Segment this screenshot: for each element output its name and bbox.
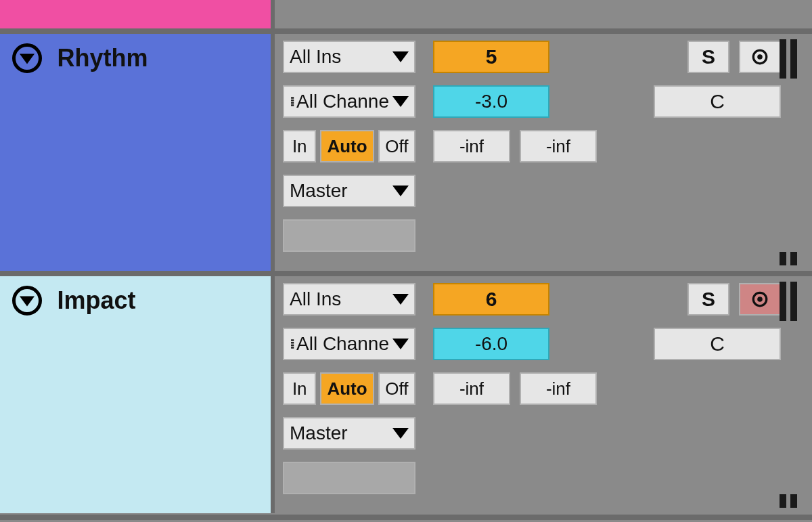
chevron-down-icon xyxy=(392,51,409,62)
chevron-down-icon xyxy=(392,428,409,439)
meter-edge xyxy=(777,34,797,271)
row-divider xyxy=(0,271,812,276)
fold-toggle-icon[interactable] xyxy=(12,286,42,316)
track-header-previous[interactable] xyxy=(0,0,275,28)
dropdown-label: All Ins xyxy=(290,288,341,310)
chevron-down-icon xyxy=(392,96,409,107)
send-b-field[interactable]: -inf xyxy=(520,130,597,162)
dropdown-label: All Channe xyxy=(296,91,389,112)
ableton-session-tracks: Rhythm All Ins ⁞⁞ All Channe In Auto Off… xyxy=(0,0,812,522)
record-icon xyxy=(751,290,769,308)
send-b-field[interactable]: -inf xyxy=(520,372,597,405)
meter-edge xyxy=(777,276,797,513)
io-section: All Ins ⁞⁞ All Channe In Auto Off Master xyxy=(279,276,420,513)
chevron-down-icon xyxy=(392,294,409,305)
row-divider xyxy=(0,28,812,34)
send-a-field[interactable]: -inf xyxy=(433,372,510,405)
send-a-field[interactable]: -inf xyxy=(433,130,510,162)
monitor-auto-button[interactable]: Auto xyxy=(320,372,374,405)
track-volume-field[interactable]: -6.0 xyxy=(433,328,549,360)
fold-toggle-icon[interactable] xyxy=(12,43,42,73)
audio-to-channel-dropdown[interactable] xyxy=(283,219,415,252)
monitor-auto-button[interactable]: Auto xyxy=(320,130,374,162)
monitor-off-button[interactable]: Off xyxy=(378,372,415,405)
svg-point-1 xyxy=(757,54,763,60)
dropdown-label: All Channe xyxy=(296,333,389,355)
row-divider xyxy=(0,515,812,520)
svg-point-3 xyxy=(757,297,763,302)
monitor-in-button[interactable]: In xyxy=(283,130,316,162)
audio-to-dropdown[interactable]: Master xyxy=(283,417,415,450)
track-header[interactable]: Impact xyxy=(0,276,275,513)
dropdown-label: Master xyxy=(290,180,348,202)
midi-from-channel-dropdown[interactable]: ⁞⁞ All Channe xyxy=(283,85,415,118)
track-activator-button[interactable]: 5 xyxy=(433,41,549,73)
meter-bar-icon xyxy=(780,252,786,265)
dropdown-label: All Ins xyxy=(290,46,341,68)
monitor-button-group: In Auto Off xyxy=(283,372,415,405)
track-pan-field[interactable]: C xyxy=(654,328,781,360)
record-arm-button[interactable] xyxy=(739,41,781,73)
midi-from-type-dropdown[interactable]: All Ins xyxy=(283,283,415,316)
track-name-label[interactable]: Impact xyxy=(57,286,135,315)
track-row-rhythm: Rhythm All Ins ⁞⁞ All Channe In Auto Off… xyxy=(0,34,812,271)
track-activator-button[interactable]: 6 xyxy=(433,283,549,316)
audio-to-dropdown[interactable]: Master xyxy=(283,175,415,207)
record-icon xyxy=(751,48,769,66)
meter-bar-icon xyxy=(790,39,797,79)
record-arm-button[interactable] xyxy=(739,283,781,316)
monitor-in-button[interactable]: In xyxy=(283,372,316,405)
meter-bar-icon xyxy=(790,252,797,265)
meter-bar-icon xyxy=(780,282,786,321)
track-row-impact: Impact All Ins ⁞⁞ All Channe In Auto Off… xyxy=(0,276,812,513)
track-name-label[interactable]: Rhythm xyxy=(57,44,148,72)
solo-button[interactable]: S xyxy=(687,41,729,73)
chevron-down-icon xyxy=(392,186,409,196)
track-volume-field[interactable]: -3.0 xyxy=(433,85,549,118)
track-header[interactable]: Rhythm xyxy=(0,34,275,271)
midi-icon: ⁞⁞ xyxy=(290,336,292,352)
track-pan-field[interactable]: C xyxy=(654,85,781,118)
mixer-section: 5 S -3.0 C -inf -inf xyxy=(429,34,785,271)
meter-bar-icon xyxy=(780,39,786,79)
midi-icon: ⁞⁞ xyxy=(290,93,292,110)
meter-bar-icon xyxy=(780,494,786,508)
monitor-button-group: In Auto Off xyxy=(283,130,415,162)
track-body-previous xyxy=(279,0,812,28)
monitor-off-button[interactable]: Off xyxy=(378,130,415,162)
solo-button[interactable]: S xyxy=(687,283,729,316)
chevron-down-icon xyxy=(392,339,409,349)
midi-from-type-dropdown[interactable]: All Ins xyxy=(283,41,415,73)
dropdown-label: Master xyxy=(290,422,348,444)
meter-bar-icon xyxy=(790,282,797,321)
meter-bar-icon xyxy=(790,494,797,508)
io-section: All Ins ⁞⁞ All Channe In Auto Off Master xyxy=(279,34,420,271)
audio-to-channel-dropdown[interactable] xyxy=(283,462,415,494)
midi-from-channel-dropdown[interactable]: ⁞⁞ All Channe xyxy=(283,328,415,360)
mixer-section: 6 S -6.0 C -inf -inf xyxy=(429,276,785,513)
